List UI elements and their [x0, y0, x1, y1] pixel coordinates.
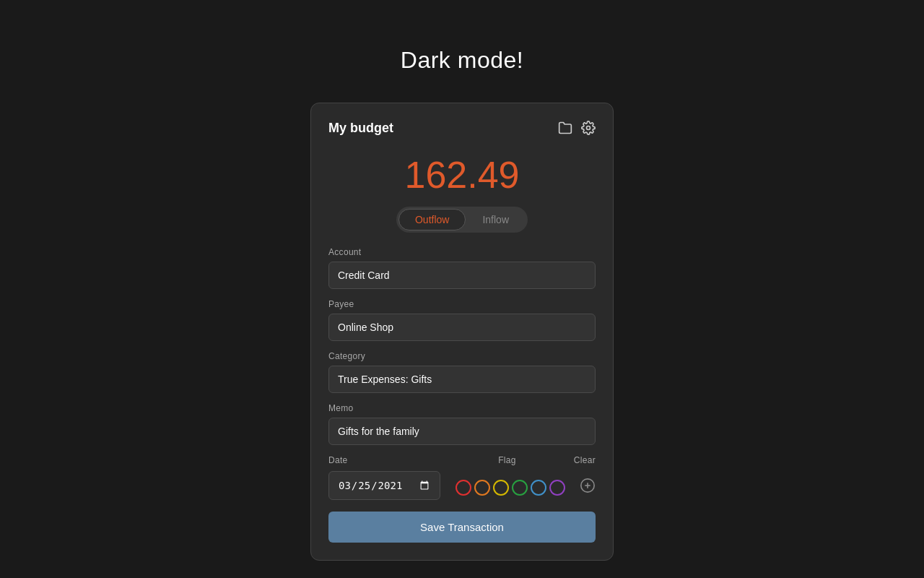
- bottom-controls-row: [328, 471, 596, 500]
- memo-input[interactable]: [328, 418, 596, 445]
- amount-value: 162.49: [404, 153, 519, 197]
- category-label: Category: [328, 351, 596, 361]
- save-transaction-button[interactable]: Save Transaction: [328, 512, 596, 543]
- flag-purple[interactable]: [549, 480, 565, 496]
- svg-point-0: [587, 126, 590, 130]
- amount-section: 162.49 Outflow Inflow: [328, 153, 596, 233]
- memo-group: Memo: [328, 403, 596, 445]
- outflow-toggle[interactable]: Outflow: [398, 209, 466, 230]
- flag-blue[interactable]: [531, 480, 546, 496]
- flow-toggle: Outflow Inflow: [396, 207, 528, 233]
- card-header: My budget: [328, 121, 596, 136]
- clear-label: Clear: [574, 455, 596, 465]
- flag-orange[interactable]: [474, 480, 490, 496]
- account-input[interactable]: [328, 262, 596, 289]
- card-title: My budget: [328, 121, 393, 136]
- payee-input[interactable]: [328, 314, 596, 341]
- account-label: Account: [328, 247, 596, 257]
- payee-group: Payee: [328, 299, 596, 341]
- clear-icon[interactable]: [580, 478, 596, 498]
- page-title: Dark mode!: [401, 47, 523, 74]
- flag-circles: [456, 480, 565, 496]
- payee-label: Payee: [328, 299, 596, 309]
- date-label: Date: [328, 455, 440, 465]
- category-group: Category: [328, 351, 596, 393]
- date-input[interactable]: [328, 471, 440, 500]
- memo-label: Memo: [328, 403, 596, 413]
- bottom-labels-row: Date Flag Clear: [328, 455, 596, 465]
- inflow-toggle[interactable]: Inflow: [466, 209, 526, 230]
- flag-green[interactable]: [512, 480, 528, 496]
- flag-red[interactable]: [456, 480, 471, 496]
- flag-yellow[interactable]: [493, 480, 509, 496]
- header-icons: [558, 121, 596, 135]
- flag-label: Flag: [440, 455, 574, 465]
- folder-icon[interactable]: [558, 121, 572, 135]
- budget-card: My budget 162.49 Outflow: [310, 103, 614, 561]
- account-group: Account: [328, 247, 596, 289]
- settings-icon[interactable]: [581, 121, 596, 135]
- category-input[interactable]: [328, 366, 596, 393]
